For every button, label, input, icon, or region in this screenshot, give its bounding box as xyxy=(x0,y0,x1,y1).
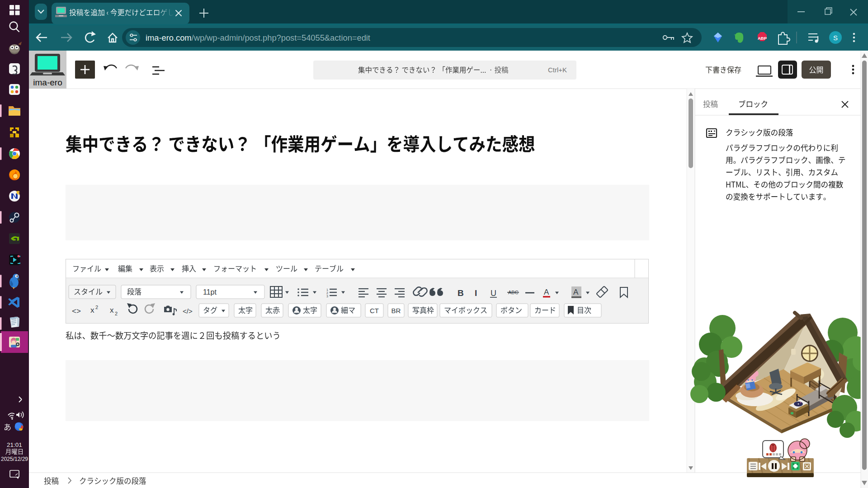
svg-text:ABP: ABP xyxy=(758,36,767,41)
svg-text:2025/12/29: 2025/12/29 xyxy=(1,456,28,462)
svg-text:</>: </> xyxy=(183,307,193,315)
svg-text:I: I xyxy=(475,288,477,298)
svg-text:2: 2 xyxy=(95,305,98,310)
svg-text:x: x xyxy=(110,306,114,314)
svg-text:ima-ero: ima-ero xyxy=(33,78,62,87)
svg-text:A: A xyxy=(573,288,579,296)
svg-text:<>: <> xyxy=(72,307,81,315)
svg-text:1: 1 xyxy=(326,288,328,291)
svg-text:S: S xyxy=(833,34,838,42)
svg-text:x: x xyxy=(90,306,94,314)
svg-text:ima-ero.com/wp/wp-admin/post.p: ima-ero.com/wp/wp-admin/post.php?post=54… xyxy=(146,33,370,42)
svg-text:3: 3 xyxy=(326,295,328,298)
svg-text:21:01: 21:01 xyxy=(7,441,22,448)
svg-text:2: 2 xyxy=(115,311,118,316)
svg-text:BR: BR xyxy=(392,307,401,314)
svg-text:2: 2 xyxy=(326,291,328,295)
svg-text:CT: CT xyxy=(370,307,379,314)
svg-text:U: U xyxy=(491,289,496,298)
svg-text:Ctrl+K: Ctrl+K xyxy=(548,66,567,74)
svg-text:11pt: 11pt xyxy=(203,288,217,296)
svg-text:B: B xyxy=(458,288,464,298)
svg-text:A: A xyxy=(544,288,549,296)
